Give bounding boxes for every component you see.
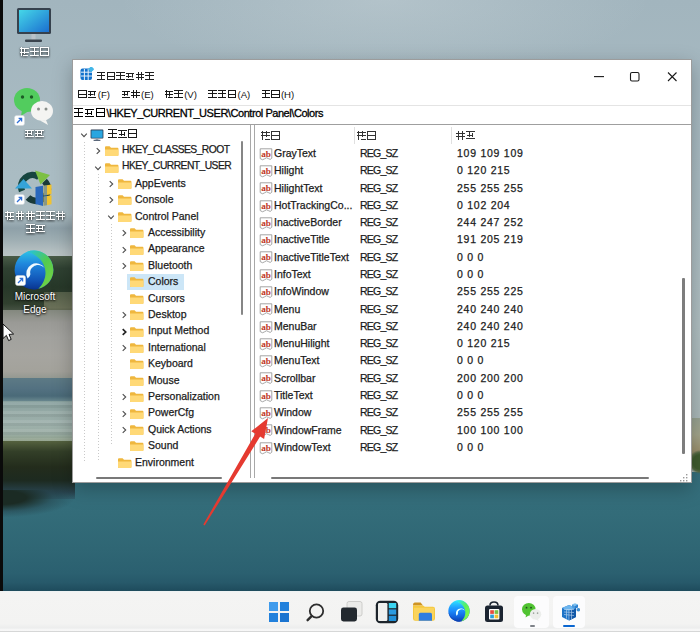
svg-text:ab: ab: [261, 390, 271, 400]
svg-text:ab: ab: [261, 304, 271, 314]
svg-text:ab: ab: [261, 166, 271, 176]
svg-text:ab: ab: [261, 217, 271, 227]
svg-text:ab: ab: [261, 269, 271, 279]
svg-text:ab: ab: [261, 183, 271, 193]
svg-text:ab: ab: [261, 200, 271, 210]
svg-text:ab: ab: [261, 235, 271, 245]
svg-text:ab: ab: [261, 148, 271, 158]
svg-text:ab: ab: [261, 373, 271, 383]
svg-text:ab: ab: [261, 338, 271, 348]
svg-text:ab: ab: [261, 286, 271, 296]
svg-text:ab: ab: [261, 356, 271, 366]
svg-text:ab: ab: [261, 321, 271, 331]
svg-text:ab: ab: [261, 252, 271, 262]
